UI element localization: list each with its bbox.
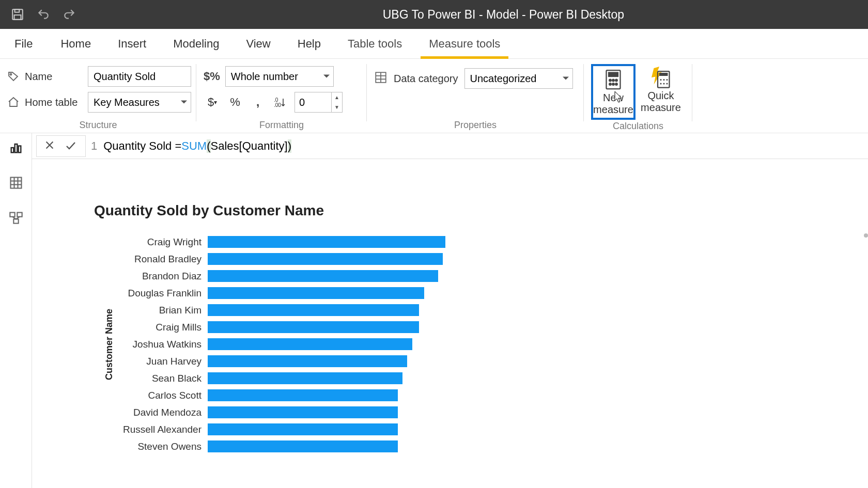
bar-label: Ronald Bradley xyxy=(104,254,208,265)
new-measure-label-1: New xyxy=(603,92,624,104)
format-select[interactable]: Whole number xyxy=(225,66,334,87)
bar[interactable] xyxy=(208,389,398,401)
currency-button[interactable]: $▾ xyxy=(204,93,221,112)
svg-point-22 xyxy=(667,79,668,81)
decimal-icon[interactable]: .0.00 xyxy=(272,93,289,112)
tab-table-tools[interactable]: Table tools xyxy=(334,29,415,58)
svg-rect-26 xyxy=(11,148,13,152)
tab-home[interactable]: Home xyxy=(47,29,104,58)
svg-point-17 xyxy=(615,83,617,85)
bar[interactable] xyxy=(208,372,402,384)
svg-point-15 xyxy=(609,83,611,85)
bar-row[interactable]: Brandon Diaz xyxy=(104,267,847,285)
svg-point-20 xyxy=(660,79,662,81)
svg-point-16 xyxy=(612,83,614,85)
bar-label: Brandon Diaz xyxy=(104,271,208,282)
new-measure-button[interactable]: New measure xyxy=(591,64,636,120)
bar-row[interactable]: Craig Mills xyxy=(104,319,847,336)
spin-up-icon[interactable]: ▲ xyxy=(332,92,342,102)
bar-label: Sean Black xyxy=(104,373,208,384)
bar-label: Juan Harvey xyxy=(104,356,208,367)
bar-row[interactable]: Juan Harvey xyxy=(104,353,847,370)
data-view-button[interactable] xyxy=(7,174,25,192)
bar-row[interactable]: Ronald Bradley xyxy=(104,250,847,267)
quick-measure-label-2: measure xyxy=(641,102,681,114)
bar-row[interactable]: Steven Owens xyxy=(104,438,847,455)
bar-row[interactable]: Russell Alexander xyxy=(104,421,847,438)
group-formatting: $% Whole number $▾ % , .0.00 xyxy=(196,59,367,133)
svg-rect-35 xyxy=(17,213,22,217)
formula-line-number: 1 xyxy=(91,139,103,153)
bar[interactable] xyxy=(208,270,438,282)
bar-row[interactable]: David Mendoza xyxy=(104,404,847,421)
tab-modeling[interactable]: Modeling xyxy=(160,29,233,58)
bar[interactable] xyxy=(208,440,398,452)
model-view-button[interactable] xyxy=(7,209,25,227)
ribbon: Name Home table Key Measures Structure xyxy=(0,59,868,133)
svg-point-3 xyxy=(10,74,12,75)
bar[interactable] xyxy=(208,304,419,316)
quick-measure-button[interactable]: Quick measure xyxy=(639,64,683,116)
group-calculations-label: Calculations xyxy=(591,120,685,132)
bar-row[interactable]: Brian Kim xyxy=(104,302,847,319)
svg-point-24 xyxy=(663,83,665,85)
report-canvas[interactable]: Quantity Sold by Customer Name Customer … xyxy=(32,161,868,488)
tab-view[interactable]: View xyxy=(233,29,284,58)
bar-label: Joshua Watkins xyxy=(104,339,208,350)
window-title: UBG To Power BI - Model - Power BI Deskt… xyxy=(383,8,624,22)
bar-row[interactable]: Douglas Franklin xyxy=(104,285,847,302)
save-icon[interactable] xyxy=(10,7,25,22)
chart-title: Quantity Sold by Customer Name xyxy=(94,202,847,219)
bar-label: Russell Alexander xyxy=(104,424,208,435)
decimals-input[interactable] xyxy=(295,92,331,112)
redo-icon[interactable] xyxy=(62,7,76,22)
svg-rect-2 xyxy=(14,15,21,20)
data-category-icon xyxy=(374,71,388,86)
view-switcher xyxy=(0,133,32,488)
group-properties: Data category Uncategorized Properties xyxy=(367,59,584,133)
bar-label: Craig Mills xyxy=(104,322,208,333)
spin-down-icon[interactable]: ▼ xyxy=(332,102,342,112)
bar-label: Craig Wright xyxy=(104,237,208,248)
bar[interactable] xyxy=(208,321,419,333)
ribbon-tabstrip: File Home Insert Modeling View Help Tabl… xyxy=(0,29,868,59)
tab-measure-tools[interactable]: Measure tools xyxy=(415,29,514,58)
bar-label: Douglas Franklin xyxy=(104,288,208,299)
tab-help[interactable]: Help xyxy=(284,29,334,58)
report-view-button[interactable] xyxy=(7,138,25,157)
bar[interactable] xyxy=(208,338,412,350)
bar[interactable] xyxy=(208,423,398,435)
svg-point-25 xyxy=(667,83,668,85)
bar-row[interactable]: Joshua Watkins xyxy=(104,336,847,353)
data-category-label: Data category xyxy=(394,73,458,85)
bar[interactable] xyxy=(208,253,443,265)
bar-row[interactable]: Sean Black xyxy=(104,370,847,387)
bar[interactable] xyxy=(208,236,445,248)
svg-rect-34 xyxy=(10,213,14,217)
bar-row[interactable]: Craig Wright xyxy=(104,233,847,250)
bar[interactable] xyxy=(208,406,398,418)
commit-formula-button[interactable] xyxy=(65,139,78,153)
thousands-button[interactable]: , xyxy=(249,93,267,112)
bar[interactable] xyxy=(208,287,424,299)
percent-button[interactable]: % xyxy=(226,93,244,112)
measure-name-input[interactable] xyxy=(88,66,191,87)
undo-icon[interactable] xyxy=(36,7,51,22)
decimals-spinner[interactable]: ▲▼ xyxy=(295,92,343,113)
tab-file[interactable]: File xyxy=(0,29,47,58)
calculator-icon xyxy=(602,68,625,91)
scroll-indicator-icon[interactable] xyxy=(864,233,868,238)
y-axis-label: Customer Name xyxy=(104,308,115,380)
formula-input[interactable]: 1 Quantity Sold = SUM ( Sales[Quantity] … xyxy=(86,139,291,153)
bar-chart[interactable]: Customer Name Craig WrightRonald Bradley… xyxy=(104,233,847,455)
bar[interactable] xyxy=(208,355,407,367)
data-category-select[interactable]: Uncategorized xyxy=(464,68,573,89)
bar-label: Carlos Scott xyxy=(104,390,208,401)
svg-rect-27 xyxy=(14,144,17,152)
bar-row[interactable]: Carlos Scott xyxy=(104,387,847,404)
tab-insert[interactable]: Insert xyxy=(104,29,160,58)
format-icon: $% xyxy=(204,70,220,83)
home-table-select[interactable]: Key Measures xyxy=(88,92,191,113)
cancel-formula-button[interactable] xyxy=(44,139,57,153)
svg-text:.00: .00 xyxy=(274,102,281,108)
